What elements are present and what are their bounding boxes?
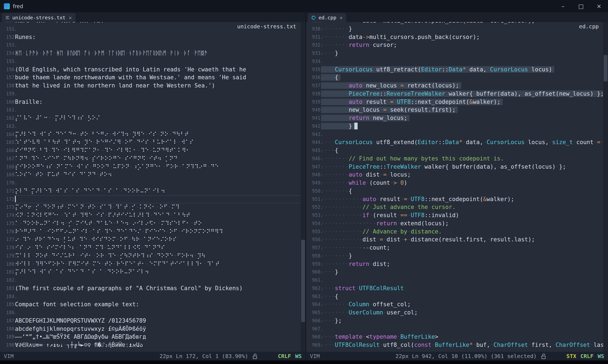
- line-number: 173.: [0, 203, 13, 211]
- cursor-position-status: 22px Ln 172, Col 1 (83.90%): [160, 353, 248, 359]
- editor-line: 180.⠺⠊⠇⠇·⠹⠻⠑⠋⠕⠗⠑·⠏⠻⠍⠊⠞·⠍⠑·⠞⠕·⠗⠑⠏⠑⠁⠞⠂·⠑⠍⠏…: [0, 260, 306, 268]
- line-number: 962.: [306, 284, 319, 293]
- editor-line: 963.····{: [306, 293, 608, 301]
- tab-unicode-stress[interactable]: unicode-stress.txt ×: [2, 13, 76, 22]
- line-number: 949.: [306, 179, 319, 187]
- editor-line: 181.⡍⠜⠇⠑⠹·⠺⠁⠎·⠁⠎·⠙⠑⠁⠙·⠁⠎·⠁·⠙⠕⠕⠗⠤⠝⠁⠊⠇⠲: [0, 268, 306, 276]
- unlock-icon[interactable]: [541, 353, 546, 359]
- editor-line: 965.········UserColumn·user_col;: [306, 309, 608, 317]
- window-controls: – □ ×: [554, 0, 608, 12]
- editor-line: 186.: [0, 309, 306, 317]
- editor-line: 960.····}: [306, 268, 608, 276]
- line-number: 175.: [0, 220, 13, 228]
- editor-left[interactable]: unicode-stress.txt 150.የእስላም·አገሩ·መካ·የአሞራ…: [0, 22, 306, 352]
- line-number: 932.: [306, 41, 319, 49]
- editor-line: 188.abcdefghijklmnopqrstuvwxyz·£©µÀÆÖÞßé…: [0, 325, 306, 333]
- line-number: 956.: [306, 236, 319, 244]
- editor-line: 944.····CursorLocus·utf8_extend(Editor::…: [306, 138, 608, 147]
- line-number: 167.: [0, 155, 13, 163]
- scrollbar[interactable]: [603, 22, 608, 352]
- line-number: 939.: [306, 98, 319, 106]
- scrollbar-thumb[interactable]: [604, 55, 607, 81]
- unlock-icon[interactable]: [253, 353, 258, 359]
- line-number: 964.: [306, 301, 319, 309]
- editor-line: 968.····template·<typename·BufferLike>: [306, 333, 608, 341]
- editor-line: 155.: [0, 57, 306, 66]
- editor-line: 964.········Column·offset_col;: [306, 301, 608, 309]
- editor-line: 961.: [306, 276, 608, 284]
- line-number: 961.: [306, 276, 319, 284]
- line-number: 959.: [306, 260, 319, 268]
- line-number: 176.: [0, 228, 13, 236]
- tab-ed-cpp[interactable]: ed.cpp ×: [308, 13, 346, 22]
- editor-line: 956.············dist·=·dist·+·distance(r…: [306, 236, 608, 244]
- line-number: 951.: [306, 195, 319, 204]
- line-number: 934.: [306, 57, 319, 66]
- editor-right[interactable]: ed.cpp 929.············data->multi_curso…: [306, 22, 608, 352]
- editor-split: unicode-stress.txt × unicode-stress.txt …: [0, 12, 608, 360]
- editor-line: 951.············auto·result·=·UTF8::next…: [306, 195, 608, 204]
- line-number: 957.: [306, 244, 319, 252]
- editor-line: 171.⡕⠇⠙·⡍⠜⠇⠑⠹·⠺⠁⠎·⠁⠎·⠙⠑⠁⠙·⠁⠎·⠁·⠙⠕⠕⠗⠤⠝⠁⠊⠇…: [0, 187, 306, 195]
- close-button[interactable]: ×: [590, 0, 608, 12]
- line-number: 158.: [0, 82, 13, 90]
- line-number: 151.: [0, 25, 13, 33]
- editor-line: 159.: [0, 90, 306, 98]
- cursor-position-status: 22px Ln 942, Col 10 (11.09%) (361 select…: [396, 353, 537, 359]
- status-indicator-stx: STX: [567, 353, 576, 359]
- line-number: 954.: [306, 220, 319, 228]
- editor-line: 933.····}: [306, 49, 608, 57]
- line-number: 935.: [306, 66, 319, 74]
- scrollbar-thumb[interactable]: [301, 240, 305, 322]
- editor-line: 946.········//·Find·out·how·many·bytes·t…: [306, 155, 608, 163]
- line-number: 186.: [0, 309, 13, 317]
- line-number: 946.: [306, 155, 319, 163]
- editor-line: 158.that·he·lived·in·the·northern·land·n…: [0, 82, 306, 90]
- editor-line: 174.⠪⠝·⠅⠝⠪⠇⠫⠛⠑⠂·⠱⠁⠞·⠹⠻⠑·⠊⠎·⠏⠜⠞⠊⠊⠥⠇⠜⠇⠹·⠙⠑…: [0, 211, 306, 220]
- text-file-icon: [5, 15, 10, 20]
- editor-line: 163.: [0, 122, 306, 131]
- tab-close-icon[interactable]: ×: [69, 15, 72, 21]
- tab-close-icon[interactable]: ×: [340, 15, 343, 21]
- editor-line: 940.········new_locus·=·seek(result.firs…: [306, 106, 608, 114]
- line-number: 938.: [306, 90, 319, 98]
- line-number: 181.: [0, 268, 13, 276]
- editor-line: 157.bude·thaem·lande·northweardum·with·t…: [0, 74, 306, 82]
- filename-overlay: unicode-stress.txt: [237, 23, 296, 30]
- line-number: 162.: [0, 114, 13, 122]
- editor-line: 958.········}: [306, 252, 608, 260]
- editor-line: 948.········auto·dist·=·locus;: [306, 171, 608, 179]
- line-number: 165.: [0, 138, 13, 147]
- text-cursor: [354, 123, 358, 129]
- status-indicator-crlf: CRLF: [278, 353, 291, 359]
- line-number: 180.: [0, 260, 13, 268]
- editor-line: 929.············data->multi_cursors.push…: [306, 22, 608, 25]
- editor-line: 939.········auto·result·=·UTF8::next_cod…: [306, 98, 608, 106]
- editor-line: 942.········}: [306, 122, 608, 131]
- editor-line: 935.····CursorLocus·utf8_retract(Editor:…: [306, 66, 608, 74]
- eol-indicators: CRLFWS: [278, 353, 302, 359]
- minimize-button[interactable]: –: [554, 0, 572, 12]
- line-number: 967.: [306, 325, 319, 333]
- editor-line: 161.: [0, 106, 306, 114]
- line-number: 155.: [0, 57, 13, 66]
- editor-line: 185.Compact·font·selection·example·text:: [0, 301, 306, 309]
- maximize-button[interactable]: □: [572, 0, 590, 12]
- line-number: 966.: [306, 317, 319, 325]
- editor-line: 947.········PieceTree::TreeWalker·walker…: [306, 163, 608, 171]
- line-number: 190.: [0, 341, 13, 349]
- scrollbar[interactable]: [301, 22, 306, 352]
- line-number: 936.: [306, 74, 319, 82]
- editor-line: 949.········while·(count·>·0): [306, 179, 608, 187]
- line-number: 183.: [0, 284, 13, 293]
- editor-line: 152.Runes:: [0, 33, 306, 41]
- editor-line: 931.········data->multi_cursors.push_bac…: [306, 33, 608, 41]
- editor-line: 160.Braille:: [0, 98, 306, 106]
- editor-line: 176.⠗⠑⠛⠜⠙·⠁·⠊⠕⠋⠋⠔⠤⠝⠁⠊⠇·⠁⠎·⠹⠑·⠙⠑⠁⠙⠑⠌·⠏⠊⠑⠊…: [0, 228, 306, 236]
- editor-line: 952.············//·Just·advance·the·curs…: [306, 203, 608, 211]
- editor-line: 156.(Old·English,·which·transcribed·into…: [0, 66, 306, 74]
- editor-line: 959.········return·dist;: [306, 260, 608, 268]
- line-number: 942.: [306, 122, 319, 131]
- editor-line: 967.: [306, 325, 608, 333]
- editor-line: 936.····{: [306, 74, 608, 82]
